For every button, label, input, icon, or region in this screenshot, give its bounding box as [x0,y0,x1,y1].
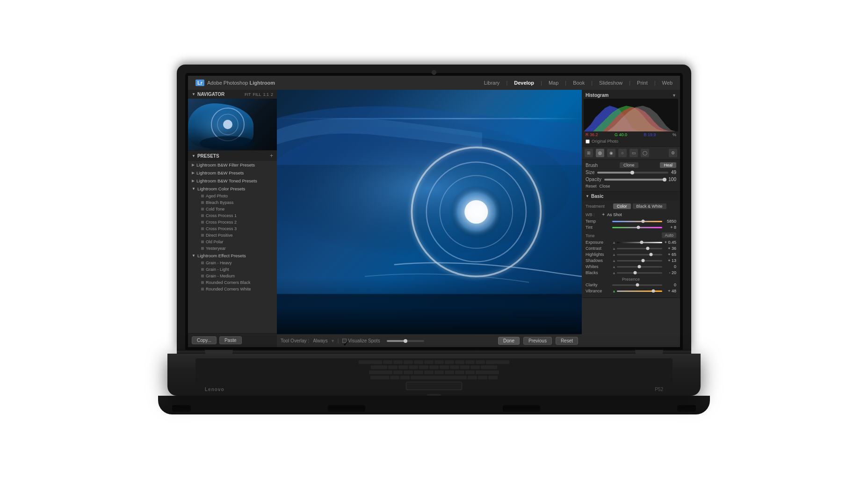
radial-tool[interactable]: ◯ [641,149,649,157]
basic-panel: ▼ Basic Treatment Color Black & White [582,192,680,298]
preset-item-yesteryear[interactable]: Yesteryear [188,245,277,252]
svg-point-2 [223,120,232,129]
preset-item-cold-tone[interactable]: Cold Tone [188,206,277,212]
key [465,370,475,374]
whites-slider[interactable] [617,266,662,268]
nav-print[interactable]: Print [637,80,648,86]
redeye-tool[interactable]: ◉ [607,149,615,157]
visualize-slider[interactable] [387,340,424,342]
reset-spot-btn[interactable]: Reset [586,184,597,189]
preset-item-old-polar[interactable]: Old Polar [188,239,277,245]
histogram-collapse-icon[interactable]: ▼ [672,93,676,98]
blacks-up-icon[interactable]: ▲ [612,271,616,275]
temp-handle[interactable] [642,220,645,223]
auto-btn[interactable]: Auto [662,232,676,238]
preset-group-bwfilter[interactable]: ▶ Lightroom B&W Filter Presets [188,161,277,169]
size-slider-handle[interactable] [630,171,634,174]
basic-collapse-icon[interactable]: ▼ [586,194,589,198]
clone-btn[interactable]: Clone [620,162,638,168]
trackpad[interactable] [406,382,462,390]
shadows-label: Shadows [586,258,611,263]
contrast-slider[interactable] [617,248,662,249]
bw-treatment-btn[interactable]: Black & White [633,203,666,209]
preset-item-grain-heavy[interactable]: Grain - Heavy [188,260,277,266]
crop-tool[interactable]: ⊞ [585,149,593,157]
copy-button[interactable]: Copy... [192,336,217,344]
close-spot-btn[interactable]: Close [600,184,610,189]
nav-fill[interactable]: FILL [253,92,261,97]
exposure-handle[interactable] [640,241,644,244]
nav-slideshow[interactable]: Slideshow [599,80,622,86]
opacity-slider-handle[interactable] [663,178,666,181]
nav-1-1[interactable]: 1:1 [263,92,269,97]
preset-item-rounded-white[interactable]: Rounded Corners White [188,286,277,292]
vibrance-slider[interactable] [617,290,662,292]
temp-slider[interactable] [612,221,662,222]
preset-item-aged-photo[interactable]: Aged Photo [188,193,277,199]
presets-add-icon[interactable]: + [270,152,273,159]
shadows-handle[interactable] [642,259,645,262]
preset-item-direct-positive[interactable]: Direct Positive [188,232,277,239]
tint-slider[interactable] [612,227,662,228]
heal-btn[interactable]: Heal [660,162,676,168]
preset-item-cross3[interactable]: Cross Process 3 [188,225,277,232]
preset-item-grain-light[interactable]: Grain - Light [188,266,277,273]
preset-item-bleach-bypass[interactable]: Bleach Bypass [188,199,277,206]
key [476,360,485,364]
done-button[interactable]: Done [498,337,520,345]
contrast-up-icon[interactable]: ▲ [612,247,616,251]
highlights-slider[interactable] [617,254,662,255]
blacks-value: - 20 [663,270,676,275]
contrast-handle[interactable] [646,247,649,250]
exposure-slider[interactable] [617,242,662,243]
navigator-collapse-icon[interactable]: ▼ [192,92,195,96]
preset-group-color[interactable]: ▼ Lightroom Color Presets [188,185,277,193]
presets-title: Presets [197,153,219,159]
preset-dot-icon [201,234,204,237]
reset-button[interactable]: Reset [556,337,578,345]
color-treatment-btn[interactable]: Color [613,203,631,209]
whites-handle[interactable] [638,265,641,269]
opacity-slider[interactable] [604,179,665,181]
exposure-up-icon[interactable]: ▲ [612,240,616,245]
nav-develop[interactable]: Develop [514,80,534,86]
nav-web[interactable]: Web [662,80,673,86]
original-photo-check[interactable] [586,139,590,144]
whites-up-icon[interactable]: ▲ [612,265,616,269]
size-slider[interactable] [597,172,668,174]
preset-item-rounded-black[interactable]: Rounded Corners Black [188,279,277,286]
highlights-handle[interactable] [649,253,652,256]
blacks-slider[interactable] [617,272,662,274]
tint-handle[interactable] [637,226,640,229]
nav-map[interactable]: Map [549,80,558,86]
visualize-checkbox[interactable]: ✓ [342,339,347,343]
settings-tool[interactable]: ⚙ [669,149,677,157]
clarity-handle[interactable] [636,283,639,287]
wb-eyedropper-icon[interactable]: ✦ [601,212,605,217]
blacks-handle[interactable] [633,271,637,275]
clarity-slider[interactable] [612,284,662,286]
brush-tool[interactable]: ○ [618,149,627,157]
grad-tool[interactable]: ▭ [629,149,638,157]
visualize-spots-check[interactable]: ✓ Visualize Spots [342,338,380,343]
contrast-label: Contrast [586,246,611,251]
nav-book[interactable]: Book [573,80,585,86]
preset-item-cross2[interactable]: Cross Process 2 [188,219,277,225]
highlights-up-icon[interactable]: ▲ [612,253,616,257]
nav-2[interactable]: 2 [271,92,273,97]
shadows-up-icon[interactable]: ▲ [612,259,616,263]
preset-item-grain-medium[interactable]: Grain - Medium [188,273,277,279]
nav-fit[interactable]: FIT [245,92,251,97]
shadows-slider[interactable] [617,260,662,261]
visualize-slider-handle[interactable] [404,339,407,343]
preset-item-cross1[interactable]: Cross Process 1 [188,212,277,219]
nav-library[interactable]: Library [484,80,500,86]
presets-collapse-icon[interactable]: ▼ [192,154,195,158]
paste-button[interactable]: Paste [219,336,242,344]
preset-group-bwtoned[interactable]: ▶ Lightroom B&W Toned Presets [188,177,277,185]
preset-group-bw[interactable]: ▶ Lightroom B&W Presets [188,169,277,177]
preset-group-effects[interactable]: ▼ Lightroom Effect Presets [188,252,277,260]
vibrance-handle[interactable] [651,290,655,293]
spot-tool active[interactable]: ◎ [596,149,604,157]
previous-button[interactable]: Previous [523,337,552,345]
